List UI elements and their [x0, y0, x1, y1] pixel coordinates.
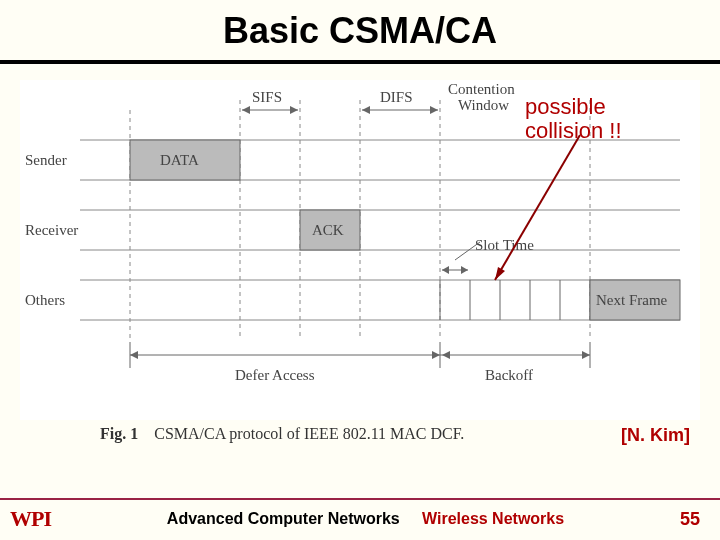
interval-cw-1: Contention [448, 81, 515, 97]
ack-label: ACK [312, 222, 344, 238]
svg-marker-14 [290, 106, 298, 114]
svg-marker-34 [442, 351, 450, 359]
figure-text: CSMA/CA protocol of IEEE 802.11 MAC DCF. [154, 425, 464, 442]
svg-marker-20 [461, 266, 468, 274]
citation: [N. Kim] [621, 425, 690, 446]
interval-cw-2: Window [458, 97, 509, 113]
collision-annotation: possible collision !! [525, 95, 622, 143]
svg-marker-37 [495, 267, 505, 280]
svg-marker-17 [430, 106, 438, 114]
figure-caption: Fig. 1 CSMA/CA protocol of IEEE 802.11 M… [100, 425, 464, 443]
figure-label: Fig. 1 [100, 425, 138, 442]
footer-topic: Wireless Networks [422, 510, 564, 527]
svg-marker-29 [130, 351, 138, 359]
next-frame-label: Next Frame [596, 292, 668, 308]
svg-marker-35 [582, 351, 590, 359]
footer-course: Advanced Computer Networks [167, 510, 400, 527]
interval-sifs: SIFS [252, 89, 282, 105]
collision-line1: possible [525, 95, 622, 119]
svg-marker-30 [432, 351, 440, 359]
row-receiver-label: Receiver [25, 222, 78, 238]
page-number: 55 [680, 509, 710, 530]
svg-marker-19 [442, 266, 449, 274]
footer: WPI Advanced Computer Networks Wireless … [0, 498, 720, 540]
svg-marker-16 [362, 106, 370, 114]
row-sender-label: Sender [25, 152, 67, 168]
slide-title: Basic CSMA/CA [0, 10, 720, 64]
collision-line2: collision !! [525, 119, 622, 143]
collision-arrow [495, 135, 580, 280]
logo: WPI [10, 506, 51, 532]
footer-text: Advanced Computer Networks Wireless Netw… [51, 510, 680, 528]
slide: Basic CSMA/CA Sender Receiver Others [0, 0, 720, 540]
defer-access-label: Defer Access [235, 367, 315, 383]
backoff-label: Backoff [485, 367, 533, 383]
data-label: DATA [160, 152, 199, 168]
svg-marker-13 [242, 106, 250, 114]
row-others-label: Others [25, 292, 65, 308]
interval-difs: DIFS [380, 89, 413, 105]
slot-time-label: Slot Time [475, 237, 534, 253]
